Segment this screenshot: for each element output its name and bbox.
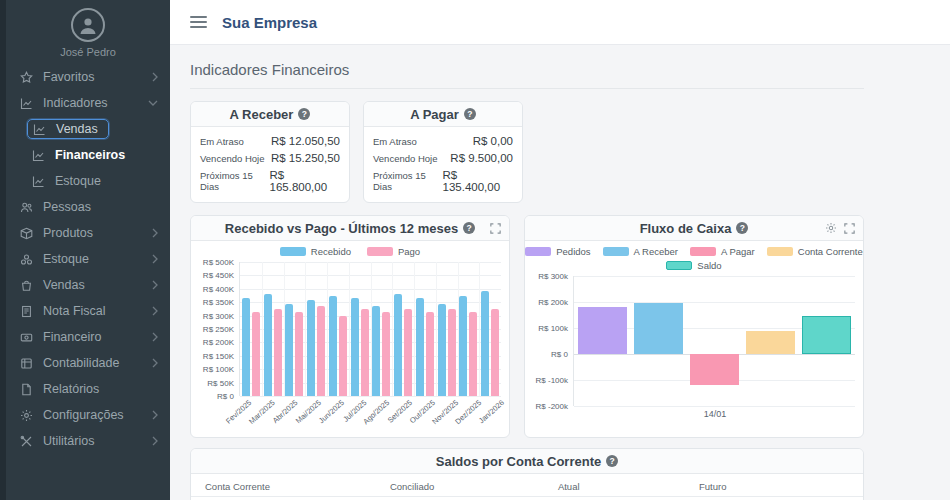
y-tick-label: R$ 500K xyxy=(203,258,234,267)
gridline xyxy=(574,276,855,277)
cash-icon xyxy=(20,331,34,344)
chart-line-icon xyxy=(32,149,46,162)
sidebar-item-nota-fiscal[interactable]: Nota Fiscal xyxy=(6,298,170,324)
y-tick-label: R$ 100K xyxy=(203,365,234,374)
sidebar-item-label: Estoque xyxy=(55,174,101,188)
help-icon[interactable]: ? xyxy=(298,108,310,120)
gear-icon xyxy=(20,409,34,422)
legend-swatch xyxy=(690,247,716,256)
chart2-legend-row2: Saldo xyxy=(525,260,863,271)
card-a-pagar-body: Em AtrasoR$ 0,00Vencendo HojeR$ 9.500,00… xyxy=(364,127,522,202)
expand-icon[interactable] xyxy=(844,223,855,234)
sidebar-item-configurações[interactable]: Configurações xyxy=(6,402,170,428)
bar-pago xyxy=(426,312,434,396)
legend-item-a-receber[interactable]: A Receber xyxy=(603,246,678,257)
help-icon[interactable]: ? xyxy=(606,455,618,467)
sidebar-item-contabilidade[interactable]: Contabilidade xyxy=(6,350,170,376)
legend-swatch xyxy=(280,247,306,256)
charts-row: Recebido vs Pago - Últimos 12 meses ? Re… xyxy=(190,215,864,438)
bar-recebido xyxy=(481,291,489,396)
y-tick-label: R$ 0 xyxy=(551,350,568,359)
sidebar-item-label: Financeiros xyxy=(55,148,125,162)
chart2-yaxis: R$ 300kR$ 200kR$ 100kR$ 0R$ -100kR$ -200… xyxy=(531,276,573,406)
expand-icon[interactable] xyxy=(490,223,501,234)
sidebar-item-favoritos[interactable]: Favoritos xyxy=(6,64,170,90)
sidebar-item-produtos[interactable]: Produtos xyxy=(6,220,170,246)
summary-label: Em Atraso xyxy=(373,136,417,147)
chart2-legend-row1: PedidosA ReceberA PagarConta Corrente xyxy=(525,246,863,257)
summary-row-item: Em AtrasoR$ 12.050,50 xyxy=(200,132,340,149)
legend-item-saldo[interactable]: Saldo xyxy=(666,260,721,271)
hamburger-menu-icon[interactable] xyxy=(190,13,207,31)
chart1-yaxis: R$ 500KR$ 450KR$ 400KR$ 350KR$ 300KR$ 25… xyxy=(197,262,239,396)
y-tick-label: R$ 0 xyxy=(217,392,234,401)
sidebar-item-financeiro[interactable]: Financeiro xyxy=(6,324,170,350)
summary-value: R$ 0,00 xyxy=(473,135,513,147)
chevron-down-icon xyxy=(148,100,158,106)
legend-label: A Receber xyxy=(634,246,678,257)
company-name[interactable]: Sua Empresa xyxy=(222,14,317,31)
y-tick-label: R$ 450K xyxy=(203,271,234,280)
bar-recebido xyxy=(438,304,446,396)
page-title: Indicadores Financeiros xyxy=(190,55,864,89)
table-cell: R$ 135.400,00 xyxy=(695,497,863,500)
topbar: Sua Empresa xyxy=(170,0,950,45)
summary-row-item: Próximos 15 DiasR$ 165.800,00 xyxy=(200,166,340,195)
y-tick-label: R$ 350K xyxy=(203,298,234,307)
help-icon[interactable]: ? xyxy=(464,108,476,120)
chart1-plot xyxy=(239,262,501,396)
sidebar-item-relatórios[interactable]: Relatórios xyxy=(6,376,170,402)
bar-recebido xyxy=(394,294,402,396)
bar-recebido xyxy=(459,296,467,396)
card-a-receber-body: Em AtrasoR$ 12.050,50Vencendo HojeR$ 15.… xyxy=(191,127,349,202)
legend-item-recebido[interactable]: Recebido xyxy=(280,246,351,257)
sidebar-item-estoque[interactable]: Estoque xyxy=(6,168,170,194)
sidebar-item-label: Utilitários xyxy=(43,434,94,448)
summary-row-item: Vencendo HojeR$ 15.250,50 xyxy=(200,149,340,166)
bar-recebido xyxy=(372,306,380,396)
legend-item-a-pagar[interactable]: A Pagar xyxy=(690,246,755,257)
bar-group xyxy=(327,262,349,396)
bar-recebido xyxy=(307,300,315,396)
y-tick-label: R$ 250K xyxy=(203,325,234,334)
sidebar-item-financeiros[interactable]: Financeiros xyxy=(6,142,170,168)
legend-label: Pedidos xyxy=(556,246,590,257)
bar-recebido xyxy=(264,294,272,396)
bar-group xyxy=(240,262,262,396)
y-tick-label: R$ 100k xyxy=(538,324,568,333)
gear-icon[interactable] xyxy=(825,222,837,234)
y-tick-label: R$ 50K xyxy=(207,379,234,388)
chart1-legend: RecebidoPago xyxy=(191,246,509,257)
gridline xyxy=(574,302,855,303)
summary-value: R$ 15.250,50 xyxy=(271,152,340,164)
chart1-title: Recebido vs Pago - Últimos 12 meses xyxy=(225,221,458,236)
summary-row-item: Vencendo HojeR$ 9.500,00 xyxy=(373,149,513,166)
sidebar-item-utilitários[interactable]: Utilitários xyxy=(6,428,170,454)
sidebar-item-pessoas[interactable]: Pessoas xyxy=(6,194,170,220)
chevron-right-icon xyxy=(152,254,158,264)
bar-recebido xyxy=(329,296,337,396)
sidebar-item-label: Configurações xyxy=(43,408,124,422)
sidebar-item-vendas[interactable]: Vendas xyxy=(6,116,170,142)
bar-pago xyxy=(295,312,303,396)
chevron-right-icon xyxy=(152,306,158,316)
user-profile[interactable]: José Pedro xyxy=(6,0,170,64)
bar-pago xyxy=(469,312,477,396)
help-icon[interactable]: ? xyxy=(736,222,748,234)
legend-item-pedidos[interactable]: Pedidos xyxy=(525,246,590,257)
chart-line-icon xyxy=(20,97,34,110)
bar-group xyxy=(284,262,306,396)
help-icon[interactable]: ? xyxy=(463,222,475,234)
bar-pago xyxy=(448,309,456,396)
sidebar-item-label: Produtos xyxy=(43,226,93,240)
bar-recebido xyxy=(351,298,359,396)
legend-swatch xyxy=(603,247,629,256)
legend-item-conta-corrente[interactable]: Conta Corrente xyxy=(767,246,863,257)
sidebar-item-indicadores[interactable]: Indicadores xyxy=(6,90,170,116)
sidebar-item-estoque[interactable]: Estoque xyxy=(6,246,170,272)
bar-pago xyxy=(274,309,282,396)
legend-item-pago[interactable]: Pago xyxy=(367,246,420,257)
table-column-header: Futuro xyxy=(695,474,863,497)
legend-label: A Pagar xyxy=(721,246,755,257)
sidebar-item-vendas[interactable]: Vendas xyxy=(6,272,170,298)
